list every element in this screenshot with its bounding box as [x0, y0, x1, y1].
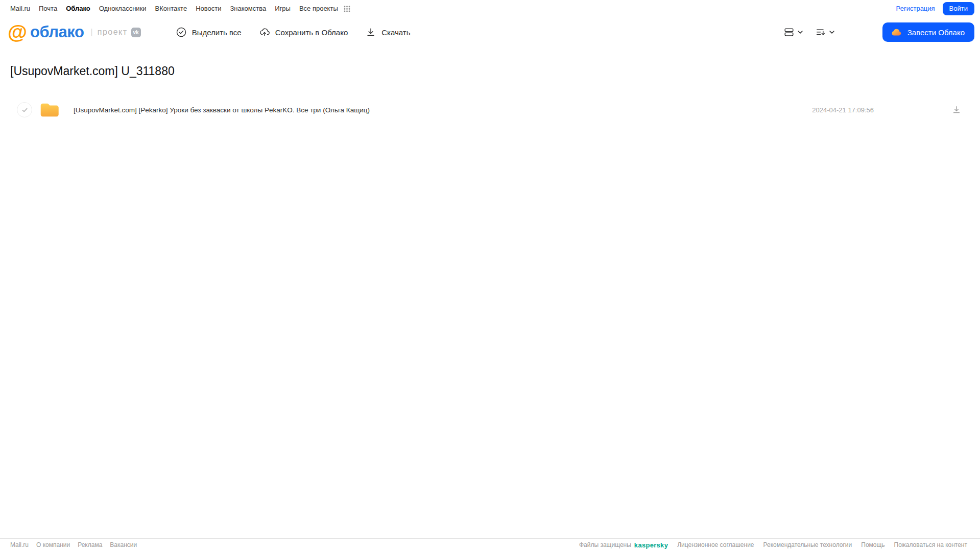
check-icon — [21, 106, 29, 114]
topbar-auth: Регистрация Войти — [896, 2, 974, 15]
footer-link-help[interactable]: Помощь — [861, 541, 885, 548]
footer: Mail.ru О компании Реклама Вакансии Файл… — [0, 538, 980, 551]
portal-link-all-projects[interactable]: Все проекты — [299, 5, 338, 12]
footer-right-links: Файлы защищены kaspersky Лицензионное со… — [579, 541, 967, 549]
portal-link-cloud-active[interactable]: Облако — [66, 5, 90, 12]
kaspersky-logo: kaspersky — [634, 541, 668, 549]
footer-left-links: Mail.ru О компании Реклама Вакансии — [10, 541, 137, 548]
footer-link-ads[interactable]: Реклама — [78, 541, 102, 548]
select-all-button[interactable]: Выделить все — [176, 27, 242, 38]
toolbar: Выделить все Сохранить в Облако Скачат — [176, 27, 411, 38]
select-all-label: Выделить все — [192, 28, 242, 37]
kaspersky-protected: Файлы защищены kaspersky — [579, 541, 668, 549]
file-name[interactable]: [UsupovMarket.com] [Pekarko] Уроки без з… — [74, 106, 370, 114]
download-icon — [951, 105, 962, 115]
cloud-upload-icon — [259, 27, 270, 38]
row-download-button[interactable] — [951, 105, 962, 115]
portal-link-news[interactable]: Новости — [196, 5, 221, 12]
download-icon — [365, 27, 376, 38]
portal-link-odnoklassniki[interactable]: Одноклассники — [99, 5, 147, 12]
file-row[interactable]: [UsupovMarket.com] [Pekarko] Уроки без з… — [0, 98, 980, 122]
footer-link-recommendation-tech[interactable]: Рекомендательные технологии — [763, 541, 852, 548]
chevron-down-icon — [828, 29, 835, 36]
check-circle-icon — [176, 27, 187, 38]
cloud-logo[interactable]: @ облако | проект vk — [8, 22, 141, 42]
sort-button[interactable] — [814, 26, 836, 39]
get-cloud-label: Завести Облако — [907, 28, 965, 37]
row-checkbox[interactable] — [17, 102, 32, 117]
footer-link-mailru[interactable]: Mail.ru — [10, 541, 29, 548]
portal-link-vkontakte[interactable]: ВКонтакте — [155, 5, 187, 12]
main-content: [UsupovMarket.com] U_311880 [UsupovMarke… — [0, 64, 980, 122]
file-date: 2024-04-21 17:09:56 — [812, 106, 874, 114]
folder-icon — [39, 102, 60, 118]
protected-label: Файлы защищены — [579, 541, 631, 548]
cloud-icon — [891, 27, 902, 38]
get-cloud-button[interactable]: Завести Облако — [882, 22, 974, 42]
portal-links: Mail.ru Почта Облако Одноклассники ВКонт… — [10, 5, 350, 12]
portal-link-mailru[interactable]: Mail.ru — [10, 5, 30, 12]
mailru-at-icon: @ — [8, 22, 27, 42]
footer-link-about[interactable]: О компании — [36, 541, 70, 548]
page-title: [UsupovMarket.com] U_311880 — [10, 64, 970, 78]
project-label: проект — [98, 28, 128, 37]
save-to-cloud-button[interactable]: Сохранить в Облако — [259, 27, 348, 38]
download-all-label: Скачать — [381, 28, 410, 37]
footer-link-license[interactable]: Лицензионное соглашение — [677, 541, 754, 548]
save-to-cloud-label: Сохранить в Облако — [275, 28, 348, 37]
vk-logo-icon: vk — [131, 28, 141, 37]
logo-text: облако — [30, 23, 84, 41]
download-all-button[interactable]: Скачать — [365, 27, 410, 38]
portal-nav-bar: Mail.ru Почта Облако Одноклассники ВКонт… — [0, 0, 980, 16]
logo-divider: | — [90, 27, 92, 37]
footer-link-report-content[interactable]: Пожаловаться на контент — [894, 541, 967, 548]
register-link[interactable]: Регистрация — [896, 5, 935, 12]
list-view-icon — [783, 27, 795, 38]
header-right-controls: Завести Облако — [782, 22, 974, 42]
sort-icon — [815, 27, 826, 38]
portal-link-mail[interactable]: Почта — [39, 5, 57, 12]
apps-grid-icon[interactable] — [344, 5, 350, 12]
chevron-down-icon — [797, 29, 804, 36]
view-mode-button[interactable] — [782, 26, 805, 39]
cloud-header: @ облако | проект vk Выделить все — [0, 17, 980, 47]
portal-link-games[interactable]: Игры — [275, 5, 291, 12]
portal-link-dating[interactable]: Знакомства — [230, 5, 266, 12]
login-button[interactable]: Войти — [943, 2, 974, 15]
footer-link-jobs[interactable]: Вакансии — [110, 541, 137, 548]
